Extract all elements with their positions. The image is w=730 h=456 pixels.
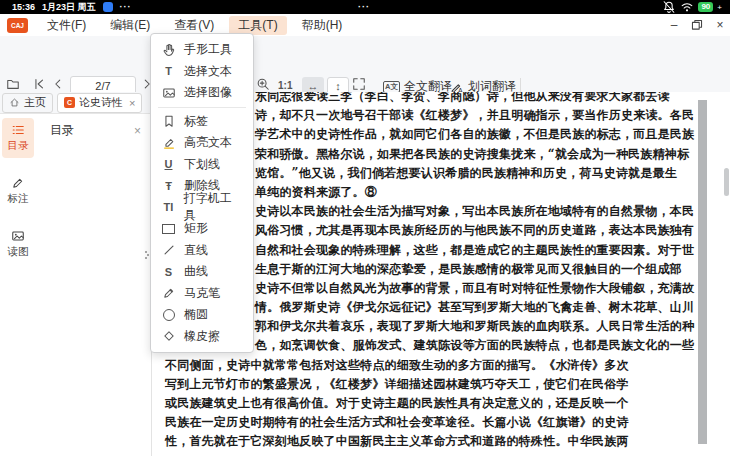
sidebar-item[interactable]: 读图 (2, 224, 34, 264)
panel-title: 目录 (50, 122, 74, 139)
restore-button[interactable] (689, 17, 705, 33)
contents-panel: 目录 × (36, 114, 152, 456)
strikethrough-icon: Ŧ (161, 180, 176, 192)
minimize-button[interactable]: – (666, 17, 682, 33)
caj-logo: CAJ (7, 18, 28, 33)
menu-item[interactable]: 选择图像 (151, 82, 253, 104)
menu-item[interactable]: 直线 (151, 240, 253, 262)
status-dots-left: ··· (120, 2, 132, 12)
battery-indicator: 90 (698, 2, 713, 12)
menu-item[interactable]: 高亮文本 (151, 132, 253, 154)
menu-item[interactable]: 马克笔 (151, 283, 253, 305)
toolbar: 2/7 1:1 ↔ ↕ A文 全文翻译 A 划词翻译 T U S (0, 36, 730, 93)
fullscreen-icon (352, 77, 366, 91)
menu-item[interactable]: 手形工具 (151, 39, 253, 61)
tab-bar: 主页 C 论史诗性 × (0, 92, 152, 114)
hand-icon (161, 43, 176, 57)
underline-icon: U (161, 158, 176, 170)
date: 1月23日 周五 (42, 1, 96, 14)
menu-bar-item[interactable]: 工具(T) (229, 16, 286, 35)
toc-icon (11, 123, 25, 137)
fit-height-icon: ↕ (335, 80, 341, 92)
annotate-icon (11, 176, 25, 190)
rect-icon (161, 224, 176, 234)
first-page-button[interactable] (32, 77, 46, 91)
menu-item[interactable]: U 下划线 (151, 154, 253, 176)
window-controls: – × (666, 14, 728, 36)
document-tab-label: 论史诗性 (79, 95, 123, 110)
tab-home[interactable]: 主页 (2, 93, 53, 113)
home-icon (9, 97, 20, 108)
sidebar-item[interactable]: 标注 (2, 171, 34, 211)
line-icon (161, 243, 176, 257)
document-text-line: 或民族建筑史上也有很高价值。对于史诗主题的民族性具有决定意义的，还是反映一个 (152, 394, 730, 413)
highlight-icon (161, 136, 176, 150)
menu-bar-item[interactable]: 编辑(E) (101, 16, 159, 35)
eraser-icon (161, 329, 176, 343)
ellipse-icon (161, 309, 176, 321)
caj-reader-window: 15:36 1月23日 周五 ··· ··· 90 + CAJ 文件(F)编辑(… (0, 0, 730, 456)
menu-item[interactable]: TI 打字机工具 (151, 197, 253, 219)
fullscreen-button[interactable] (352, 77, 366, 91)
previous-page-button[interactable] (51, 77, 65, 91)
read-image-icon (11, 229, 25, 243)
system-status-bar: 15:36 1月23日 周五 ··· ··· 90 + (0, 0, 730, 14)
close-button[interactable]: × (712, 17, 728, 33)
menu-item[interactable]: 椭圆 (151, 304, 253, 326)
panel-resize-handle[interactable] (145, 250, 149, 261)
menu-separator (158, 107, 246, 108)
open-file-button[interactable] (6, 77, 20, 91)
panel-header: 目录 × (36, 114, 151, 145)
menu-item[interactable]: 橡皮擦 (151, 326, 253, 348)
chevron-left-icon (51, 77, 65, 91)
panel-close-icon[interactable]: × (134, 124, 141, 138)
document-text-line: 民族在一定历史时期特有的社会生活方式和社会变革途径。长篇小说《红旗谱》的史诗 (152, 413, 730, 432)
zoom-in-button[interactable] (256, 77, 270, 91)
menu-item[interactable]: S 曲线 (151, 261, 253, 283)
sidebar-item[interactable]: 目录 (2, 118, 34, 158)
caj-doc-icon: C (64, 97, 75, 108)
document-text-line: 写到上元节灯市的繁盛景况，《红楼梦》详细描述园林建筑巧夺天工，使它们在民俗学 (152, 375, 730, 394)
document-text-line: 不同侧面，史诗中就常常包括对这些特点的细致生动的多方面的描写。《水浒传》多次 (152, 356, 730, 375)
translate-icon: A文 (383, 81, 400, 93)
clock: 15:36 (12, 2, 35, 12)
marker-icon (161, 286, 176, 300)
menu-bar: CAJ 文件(F)编辑(E)查看(V)工具(T)帮助(H) – × (0, 14, 730, 37)
tab-document[interactable]: C 论史诗性 × (57, 93, 142, 113)
folder-icon (6, 77, 20, 91)
home-tab-label: 主页 (24, 95, 46, 110)
tools-dropdown-menu: 手形工具 T 选择文本 选择图像 标签 高亮文本 U 下划线 Ŧ 删除线 TI (150, 33, 254, 353)
menu-bar-item[interactable]: 文件(F) (38, 16, 95, 35)
select-image-icon (161, 86, 176, 100)
page-edge-shadow (698, 100, 707, 444)
select-text-icon: T (161, 65, 176, 77)
menu-item[interactable]: T 选择文本 (151, 61, 253, 83)
notifications-muted-icon (662, 0, 676, 14)
sidebar: 目录 标注 读图 (0, 114, 36, 456)
typewriter-icon: TI (161, 201, 176, 213)
curve-icon: S (161, 266, 176, 278)
menu-bar-item[interactable]: 帮助(H) (293, 16, 352, 35)
tab-close-icon[interactable]: × (129, 97, 135, 109)
wifi-icon (680, 0, 694, 14)
document-text-line: 性，首先就在于它深刻地反映了中国新民主主义革命方式和道路的特殊性。中华民族两 (152, 432, 730, 451)
actual-size-button[interactable]: 1:1 (278, 80, 292, 91)
scrollbar-thumb[interactable] (724, 168, 729, 196)
first-page-icon (32, 77, 46, 91)
status-dots-center: ··· (358, 2, 370, 12)
charging-icon: + (717, 3, 722, 12)
restore-icon (690, 18, 704, 32)
fit-width-icon: ↔ (308, 80, 319, 92)
menu-items: 文件(F)编辑(E)查看(V)工具(T)帮助(H) (38, 16, 351, 35)
bookmark-icon (161, 114, 176, 128)
background-app-icon (103, 2, 113, 12)
menu-item[interactable]: 标签 (151, 111, 253, 133)
zoom-in-icon (256, 77, 270, 91)
menu-bar-item[interactable]: 查看(V) (165, 16, 223, 35)
